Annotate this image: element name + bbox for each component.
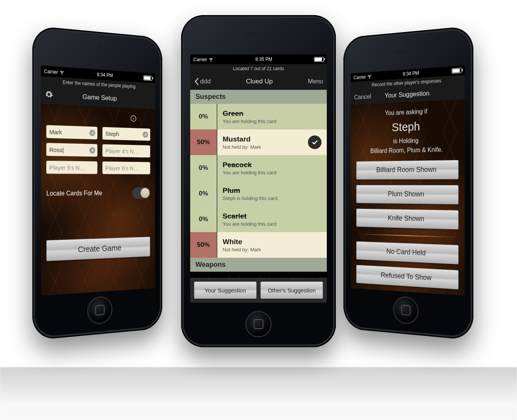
wifi-icon	[59, 69, 65, 75]
section-header-suspects: Suspects	[190, 90, 327, 104]
row-subtitle: Not held by: Mark	[223, 144, 322, 150]
row-subtitle: Steph is holding this card	[223, 195, 322, 201]
clear-icon[interactable]: ✕	[89, 147, 95, 154]
section-header-weapons: Weapons	[190, 258, 327, 272]
home-button[interactable]	[393, 295, 419, 325]
suspect-row[interactable]: 0%PeacockYou are holding this card	[190, 155, 327, 181]
phone-left: Carrier 8:34 PM Enter the names of the p…	[32, 26, 162, 340]
row-name: Green	[223, 109, 322, 118]
row-percent: 0%	[190, 155, 217, 181]
page-title: Your Suggestion	[385, 89, 430, 100]
btn-label: Other's Suggestion	[268, 287, 315, 294]
camera-dot	[98, 42, 102, 47]
row-name: White	[223, 238, 322, 246]
status-carrier: Carrier	[193, 57, 214, 62]
row-name: Plum	[223, 186, 322, 195]
status-carrier: Carrier	[44, 68, 65, 75]
create-game-button[interactable]: Create Game	[46, 237, 150, 261]
earpiece	[89, 49, 111, 54]
locate-cards-label: Locate Cards For Me	[46, 190, 102, 197]
no-card-held-button[interactable]: No Card Held	[356, 241, 459, 265]
back-button[interactable]: ddd	[194, 77, 211, 86]
create-game-label: Create Game	[78, 243, 122, 254]
row-percent: 0%	[190, 104, 217, 129]
phone-center: Carrier 8:35 PM Located 7 out of 21 card…	[181, 15, 336, 347]
progress-bar: Located 7 out of 21 cards	[190, 64, 327, 73]
suspect-row[interactable]: 0%PlumSteph is holding this card	[190, 181, 327, 206]
suspect-row[interactable]: 0%ScarletYou are holding this card	[190, 206, 327, 232]
settings-button[interactable]	[45, 89, 53, 101]
player-6-placeholder: Player 6's N…	[105, 165, 139, 171]
suspect-row[interactable]: 50%WhiteNot held by: Mark	[190, 232, 327, 258]
page-title: Game Setup	[83, 93, 117, 103]
earpiece	[395, 49, 417, 54]
locate-cards-toggle[interactable]	[132, 187, 150, 199]
battery-icon	[452, 68, 462, 74]
btn-label: Knife Shown	[388, 214, 425, 223]
player-6-field[interactable]: Player 6's N…	[102, 162, 150, 174]
suspect-row[interactable]: 50%MustardNot held by: Mark	[190, 129, 327, 155]
refused-to-show-button[interactable]: Refused To Show	[356, 265, 459, 290]
btn-label: Your Suggestion	[205, 287, 246, 294]
player-3-field[interactable]: Ross|✕	[46, 143, 97, 157]
row-name: Peacock	[223, 161, 322, 169]
status-carrier: Carrier	[354, 74, 372, 80]
btn-label: Refused To Show	[381, 271, 431, 283]
player-1-field[interactable]: Mark✕	[46, 125, 97, 139]
player-4-placeholder: Player 4's N…	[105, 147, 139, 154]
battery-icon	[314, 57, 324, 62]
home-button[interactable]	[245, 311, 272, 337]
player-1-value: Mark	[49, 128, 62, 135]
status-time: 8:34 PM	[97, 72, 113, 78]
camera-dot	[404, 42, 408, 47]
player-3-value: Ross|	[49, 146, 64, 153]
suggestion-summary: You are asking if Steph is Holding Billi…	[356, 105, 459, 156]
player-5-field[interactable]: Player 5's N…	[46, 161, 97, 174]
row-percent: 50%	[190, 232, 217, 258]
wifi-icon	[367, 74, 372, 80]
row-subtitle: You are holding this card	[223, 221, 322, 227]
shown-plum-button[interactable]: Plum Shown	[356, 185, 459, 205]
info-button[interactable]	[46, 111, 150, 124]
row-name: Mustard	[223, 135, 322, 143]
suspect-row[interactable]: 0%GreenYou are holding this card	[190, 104, 327, 129]
chevron-left-icon	[194, 77, 199, 86]
gear-icon	[45, 89, 53, 99]
reflection-floor	[0, 367, 517, 420]
cancel-button[interactable]: Cancel	[354, 93, 371, 101]
battery-icon	[143, 75, 152, 81]
row-name: Scarlet	[223, 212, 322, 220]
page-title: Clued Up	[246, 78, 273, 85]
row-percent: 50%	[190, 129, 217, 155]
status-bar: Carrier 8:35 PM	[190, 54, 327, 64]
home-button[interactable]	[87, 295, 112, 325]
others-suggestion-button[interactable]: Other's Suggestion	[260, 282, 323, 299]
camera-dot	[256, 25, 261, 29]
status-time: 8:35 PM	[255, 57, 272, 62]
btn-label: No Card Held	[386, 248, 426, 257]
shown-knife-button[interactable]: Knife Shown	[356, 209, 459, 230]
clear-icon[interactable]: ✕	[143, 131, 148, 138]
info-icon	[130, 115, 136, 122]
shown-billiard-button[interactable]: Billiard Room Shown	[356, 160, 459, 180]
row-percent: 0%	[190, 206, 217, 232]
row-subtitle: You are holding this card	[223, 170, 322, 175]
earpiece	[247, 32, 270, 35]
player-4-field[interactable]: Player 4's N…	[102, 144, 150, 157]
player-2-value: Steph	[105, 130, 119, 137]
row-subtitle: Not held by: Mark	[223, 247, 322, 252]
back-label: ddd	[200, 78, 211, 85]
btn-label: Billiard Room Shown	[376, 166, 437, 174]
your-suggestion-button[interactable]: Your Suggestion	[194, 282, 257, 299]
clear-icon[interactable]: ✕	[89, 130, 95, 136]
row-subtitle: You are holding this card	[223, 118, 322, 124]
wifi-icon	[208, 57, 214, 62]
btn-label: Plum Shown	[388, 190, 425, 199]
divider	[356, 234, 459, 238]
menu-button[interactable]: Menu	[308, 78, 323, 85]
nav-bar: ddd Clued Up Menu	[190, 73, 327, 90]
player-5-placeholder: Player 5's N…	[49, 164, 85, 171]
row-percent: 0%	[190, 181, 217, 206]
status-time: 8:34 PM	[403, 71, 419, 77]
player-2-field[interactable]: Steph✕	[102, 127, 150, 141]
